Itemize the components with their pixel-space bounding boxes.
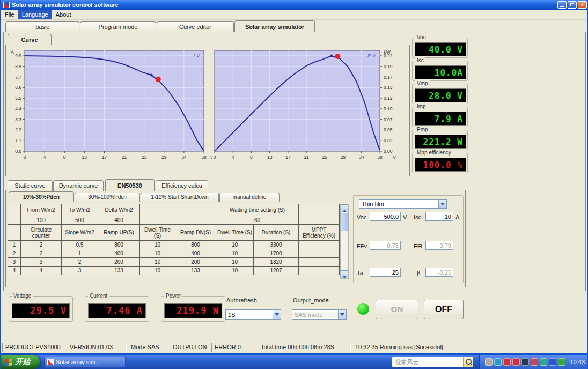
table-cell[interactable]: 10 <box>216 249 254 258</box>
svg-text:0.17: 0.17 <box>384 75 393 80</box>
table-cell[interactable]: 1 <box>62 249 98 258</box>
ta-field-label: Ta <box>357 270 363 276</box>
maximize-button[interactable] <box>568 1 577 9</box>
table-cell[interactable]: 10 <box>216 267 254 275</box>
tab-dynamic-curve[interactable]: Dynamic curve <box>53 180 104 191</box>
ffi-input <box>425 241 453 250</box>
status-segment: Mode:SAS <box>128 343 168 352</box>
isc-input[interactable] <box>425 212 453 221</box>
table-cell[interactable]: 10 <box>216 241 254 249</box>
tab-manual-define[interactable]: manual define <box>219 193 280 202</box>
tray-icon-2[interactable] <box>494 358 502 366</box>
table-cell[interactable]: 3300 <box>254 241 299 249</box>
table-cell[interactable]: 133 <box>175 267 216 275</box>
table-cell[interactable]: 2 <box>21 241 62 249</box>
table-cell[interactable]: 4 <box>8 267 21 275</box>
tab-program-mode[interactable]: Program mode <box>80 21 156 32</box>
svg-text:8.8: 8.8 <box>15 64 21 69</box>
table-cell[interactable]: 2 <box>8 249 21 258</box>
menu-language[interactable]: Language <box>18 10 52 19</box>
table-cell[interactable]: 10 <box>140 249 175 258</box>
table-cell[interactable]: 400 <box>98 249 140 258</box>
search-icon[interactable] <box>463 357 473 367</box>
scroll-thumb[interactable] <box>341 213 348 231</box>
table-cell[interactable]: 800 <box>175 241 216 249</box>
table-cell[interactable]: 3 <box>62 267 98 275</box>
table-scrollbar[interactable] <box>340 204 349 279</box>
table-cell[interactable]: 1 <box>8 241 21 249</box>
voc-input[interactable] <box>370 212 401 221</box>
tab-en50530[interactable]: EN50530 <box>105 179 155 191</box>
table-cell[interactable]: 0.5 <box>62 241 98 249</box>
scroll-up-button[interactable] <box>341 204 348 212</box>
table-cell[interactable]: 3 <box>21 258 62 267</box>
autorefresh-dropdown[interactable]: 1S <box>225 309 281 320</box>
minimize-button[interactable] <box>557 1 567 9</box>
module-type-value: Thin film <box>359 201 438 207</box>
table-cell[interactable]: 100 <box>21 216 62 225</box>
tray-icon-7[interactable] <box>540 358 547 366</box>
tab-10-30-pdcn[interactable]: 10%-30%Pdcn <box>9 191 74 202</box>
table-cell[interactable]: 10 <box>140 241 175 249</box>
table-cell[interactable]: 60 <box>216 216 299 225</box>
table-cell[interactable] <box>299 216 340 225</box>
close-button[interactable]: × <box>578 1 587 9</box>
tray-icon-4[interactable] <box>512 358 520 366</box>
start-button[interactable]: 开始 <box>1 355 40 369</box>
tab-30-100-pdcn[interactable]: 30%-100%Pdcn <box>75 193 140 202</box>
table-cell[interactable]: 400 <box>175 249 216 258</box>
scroll-down-button[interactable] <box>341 270 348 278</box>
voltage-display: 29.5 V <box>12 303 70 318</box>
table-cell[interactable] <box>299 258 340 267</box>
dropdown-arrow-icon[interactable] <box>273 310 281 319</box>
table-cell[interactable] <box>299 267 340 275</box>
tab-solar-array-simulator[interactable]: Solar array simulator <box>234 20 315 32</box>
table-cell[interactable]: 400 <box>98 216 140 225</box>
table-cell[interactable]: 10 <box>140 258 175 267</box>
table-cell[interactable]: 1700 <box>254 249 299 258</box>
table-cell[interactable]: 200 <box>175 258 216 267</box>
ta-input[interactable] <box>370 268 401 277</box>
table-cell[interactable]: 1207 <box>254 267 299 275</box>
tab-static-curve[interactable]: Static curve <box>8 180 53 191</box>
table-cell[interactable]: 800 <box>98 241 140 249</box>
off-button[interactable]: OFF <box>424 300 464 319</box>
start-label: 开始 <box>15 357 30 367</box>
table-cell[interactable]: 4 <box>21 267 62 275</box>
module-type-dropdown[interactable]: Thin film <box>359 199 447 209</box>
tray-icon-3[interactable] <box>503 358 511 366</box>
menu-file[interactable]: File <box>1 10 18 19</box>
table-cell[interactable]: 1320 <box>254 258 299 267</box>
table-cell[interactable]: 133 <box>98 267 140 275</box>
tab-curve-editor[interactable]: Curve editor <box>157 21 234 32</box>
table-cell[interactable]: 10 <box>140 267 175 275</box>
table-cell[interactable]: 3 <box>8 258 21 267</box>
dropdown-arrow-icon[interactable] <box>438 200 446 208</box>
table-cell[interactable] <box>140 216 175 225</box>
table-cell[interactable]: 500 <box>62 216 98 225</box>
table-cell[interactable]: 200 <box>98 258 140 267</box>
table-cell[interactable] <box>299 249 340 258</box>
menu-about[interactable]: About <box>52 10 75 19</box>
tab-efficiency-calcu[interactable]: Efficiency calcu <box>156 180 208 191</box>
table-header-cell: Duration (S) <box>254 225 299 241</box>
svg-text:4: 4 <box>232 154 234 160</box>
tray-icon-8[interactable] <box>549 358 556 366</box>
table-cell[interactable] <box>175 216 216 225</box>
table-cell[interactable]: 2 <box>21 249 62 258</box>
tray-icon-9[interactable] <box>558 358 565 366</box>
table-cell[interactable]: 2 <box>62 258 98 267</box>
taskbar-search-box[interactable]: 搜索风云 <box>392 357 473 367</box>
table-cell[interactable]: 10 <box>216 258 254 267</box>
tray-icon-6[interactable] <box>531 358 538 366</box>
tray-icon-5[interactable] <box>521 358 529 366</box>
table-header-cell: MPPT Efficiency (%) <box>299 225 340 241</box>
tray-icon-1[interactable] <box>485 358 493 366</box>
tab-curve[interactable]: Curve <box>8 34 52 45</box>
table-cell[interactable] <box>299 241 340 249</box>
tab-basic[interactable]: basic <box>5 21 79 32</box>
table-cell[interactable] <box>8 216 21 225</box>
tab-1-10-start-shutdown[interactable]: 1-10% Start ShuntDown <box>141 193 219 202</box>
taskbar-item-solar-array[interactable]: Solar array sim... <box>44 357 126 368</box>
svg-text:6.6: 6.6 <box>15 85 21 90</box>
